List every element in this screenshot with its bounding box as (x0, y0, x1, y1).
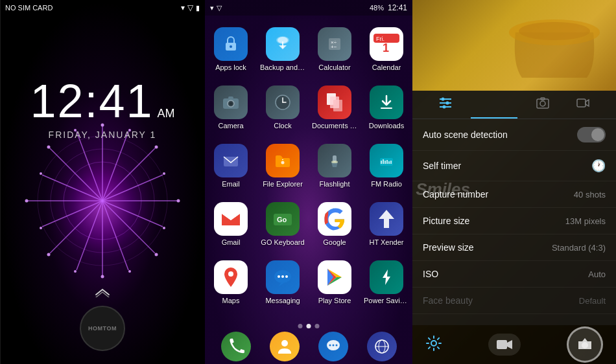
app-label-calendar: Calendar (372, 63, 401, 72)
settings-list: Auto scene detection Self timer 🕐 Captur… (412, 119, 616, 314)
app-icon-go-keyboard: Go (266, 202, 300, 236)
app-item-clock[interactable]: Clock (257, 79, 309, 137)
cam-tab-video[interactable] (563, 91, 603, 119)
svg-point-23 (155, 146, 158, 149)
toggle-auto-scene[interactable] (577, 127, 606, 142)
app-drawer: ▾ ▽ 48% 12:41 Apps lock Backup and Re...… (205, 0, 412, 364)
bottom-app-contacts[interactable] (270, 332, 300, 361)
svg-point-101 (582, 342, 588, 348)
setting-iso[interactable]: ISO Auto (412, 261, 616, 288)
svg-point-28 (163, 227, 165, 229)
setting-label-self-timer: Self timer (423, 161, 461, 171)
app-item-email[interactable]: Email (205, 137, 257, 196)
svg-text:1: 1 (383, 41, 389, 54)
app-label-file-explorer: File Explorer (263, 180, 303, 188)
bottom-app-chat[interactable] (318, 332, 348, 361)
page-dot-2[interactable] (307, 324, 311, 328)
signal-icon: ▽ (187, 3, 193, 12)
app-item-file-explorer[interactable]: File Explorer (257, 137, 309, 196)
svg-point-80 (329, 344, 331, 346)
app-icon-fm-radio (370, 144, 403, 177)
app-item-go-keyboard[interactable]: Go GO Keyboard (257, 196, 309, 254)
app-item-calculator[interactable]: ×÷+− Calculator (309, 21, 361, 79)
status-icons: ▾ ▽ ▮ (181, 3, 200, 12)
app-item-power-saving[interactable]: Power Saving... (361, 254, 412, 312)
app-item-camera[interactable]: Camera (205, 79, 257, 137)
app-icon-power-saving (370, 260, 403, 294)
video-mode-button[interactable] (488, 334, 521, 356)
app-icon-email (214, 144, 248, 177)
bottom-app-icon-phone (221, 332, 251, 361)
svg-point-37 (230, 45, 232, 48)
setting-value-iso: Auto (588, 269, 606, 279)
svg-rect-100 (497, 340, 507, 349)
app-label-backup: Backup and Re... (260, 63, 305, 72)
drawer-status-left: ▾ ▽ (210, 4, 222, 12)
setting-value-face-beauty: Default (579, 296, 606, 306)
app-label-google: Google (323, 238, 346, 247)
wifi-icon: ▾ (181, 3, 185, 12)
cam-tab-settings[interactable] (425, 91, 466, 119)
drawer-signal-icon: ▽ (217, 4, 222, 12)
svg-rect-40 (282, 41, 283, 48)
app-item-flashlight[interactable]: Flashlight (309, 137, 361, 196)
homtom-logo[interactable]: HOMTOM (80, 306, 125, 351)
svg-text:+−: +− (331, 44, 337, 50)
setting-auto-scene[interactable]: Auto scene detection (412, 119, 616, 151)
app-item-play-store[interactable]: Play Store (309, 254, 361, 312)
svg-point-21 (47, 146, 51, 149)
bottom-app-browser[interactable] (367, 332, 397, 361)
drawer-status-bar: ▾ ▽ 48% 12:41 (205, 0, 412, 16)
bottom-app-icon-contacts (270, 332, 300, 361)
app-label-messaging: Messaging (265, 297, 300, 305)
app-item-google[interactable]: Google (309, 196, 361, 254)
svg-point-20 (177, 199, 180, 203)
settings-gear-button[interactable] (425, 335, 442, 354)
app-item-fm-radio[interactable]: FM Radio (361, 137, 412, 196)
app-icon-flashlight (318, 144, 351, 177)
drawer-wifi-icon: ▾ (210, 4, 214, 12)
lock-screen: NO SIM CARD ▾ ▽ ▮ 12:41 AM FRIDAY, JANUA… (0, 0, 205, 364)
setting-face-beauty[interactable]: Face beauty Default (412, 288, 616, 314)
app-grid: Apps lock Backup and Re... ×÷+− Calculat… (205, 18, 412, 325)
app-icon-file-explorer (266, 144, 300, 177)
svg-point-29 (40, 227, 42, 229)
app-item-downloads[interactable]: Downloads (361, 79, 412, 137)
svg-text:Fri.: Fri. (376, 36, 385, 42)
app-label-camera: Camera (218, 122, 243, 130)
shutter-button[interactable] (567, 326, 603, 363)
cam-tab-photo[interactable] (523, 91, 563, 119)
setting-picture-size[interactable]: Picture size 13M pixels (412, 208, 616, 234)
unlock-chevron[interactable] (93, 287, 112, 301)
app-item-apps-lock[interactable]: Apps lock (205, 21, 257, 79)
app-item-messaging[interactable]: Messaging (257, 254, 309, 312)
drawer-status-right: 48% 12:41 (370, 3, 407, 12)
setting-self-timer[interactable]: Self timer 🕐 (412, 151, 616, 181)
svg-point-82 (335, 344, 337, 346)
app-item-calendar[interactable]: 1Fri. Calendar (361, 21, 412, 79)
app-item-backup[interactable]: Backup and Re... (257, 21, 309, 79)
app-item-maps[interactable]: Maps (205, 254, 257, 312)
app-label-fm-radio: FM Radio (371, 180, 402, 188)
page-dot-3[interactable] (315, 324, 320, 328)
page-dot-1[interactable] (298, 324, 303, 328)
bottom-app-icon-chat (318, 332, 348, 361)
bottom-app-phone[interactable] (221, 332, 251, 361)
app-icon-calculator: ×÷+− (318, 27, 351, 61)
setting-preview-size[interactable]: Preview size Standard (4:3) (412, 234, 616, 261)
app-item-gmail[interactable]: Gmail (205, 196, 257, 254)
app-item-ht-xender[interactable]: HT Xender (361, 196, 412, 254)
battery-icon: ▮ (196, 4, 200, 12)
smile-watermark: Smiles (416, 179, 470, 199)
setting-value-capture-number: 40 shots (574, 190, 606, 199)
svg-rect-57 (330, 97, 339, 108)
panel-divider-1 (0, 0, 1, 364)
app-label-calculator: Calculator (318, 63, 351, 72)
app-icon-downloads (370, 85, 403, 119)
app-icon-gmail (214, 202, 248, 236)
setting-value-picture-size: 13M pixels (565, 216, 606, 226)
app-icon-apps-lock (214, 27, 248, 61)
app-item-documents[interactable]: Documents To... (309, 79, 361, 137)
lock-bottom: HOMTOM (80, 287, 125, 351)
camera-panel: Smiles Auto scene detection Self timer (412, 0, 616, 364)
